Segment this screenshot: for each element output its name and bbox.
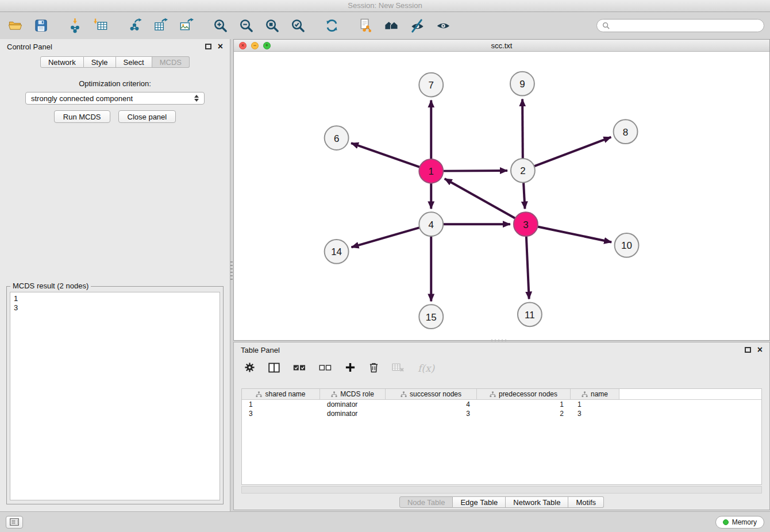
graph-node-1[interactable]: 1: [419, 159, 443, 183]
column-label: successor nodes: [410, 390, 461, 398]
result-line: 1: [14, 294, 216, 303]
select-all-button[interactable]: [293, 364, 306, 373]
graph-node-4[interactable]: 4: [419, 212, 443, 236]
import-network-button[interactable]: [66, 17, 84, 35]
tab-network-table[interactable]: Network Table: [506, 496, 568, 508]
mcds-result-list[interactable]: 13: [10, 292, 220, 500]
cell-shared-name: 1: [242, 400, 320, 409]
unselect-all-button[interactable]: [319, 364, 332, 373]
graph-node-3[interactable]: 3: [514, 212, 538, 236]
network-window-titlebar[interactable]: × − + scc.txt: [234, 40, 769, 52]
column-header-shared-name[interactable]: shared name: [242, 389, 320, 399]
tab-node-table[interactable]: Node Table: [399, 496, 453, 508]
column-header-name[interactable]: name: [571, 389, 619, 399]
close-window-icon[interactable]: ×: [239, 42, 247, 49]
column-header-successor-nodes[interactable]: successor nodes: [386, 389, 477, 399]
graph-edge-1-6[interactable]: [351, 143, 419, 167]
import-table-button[interactable]: [91, 17, 110, 35]
first-neighbors-button[interactable]: [356, 17, 375, 35]
minimize-window-icon[interactable]: −: [251, 42, 259, 49]
import-table-icon: [93, 18, 109, 33]
tab-select[interactable]: Select: [116, 56, 152, 68]
zoom-fit-button[interactable]: [263, 17, 281, 35]
graph-edge-3-11[interactable]: [526, 236, 529, 299]
apply-layout-button[interactable]: [322, 17, 341, 35]
open-file-button[interactable]: [6, 17, 24, 35]
graphics-details-button[interactable]: [408, 17, 426, 35]
graph-node-2[interactable]: 2: [511, 159, 535, 183]
table-row[interactable]: 1dominator411: [242, 400, 761, 409]
tab-edge-table[interactable]: Edge Table: [453, 496, 506, 508]
graph-edge-1-2[interactable]: [443, 171, 507, 171]
mcds-result-groupbox: MCDS result (2 nodes) 13: [6, 286, 224, 504]
table-row[interactable]: 3dominator323: [242, 409, 761, 418]
vertical-splitter-grip[interactable]: [230, 261, 233, 281]
export-image-button[interactable]: [177, 17, 195, 35]
float-table-panel-icon[interactable]: [745, 347, 751, 353]
zoom-selected-button[interactable]: [288, 17, 307, 35]
dropdown-stepper-icon: [194, 95, 199, 102]
network-window: × − + scc.txt 7968124314101511: [233, 39, 770, 341]
graph-node-9[interactable]: 9: [510, 72, 534, 96]
graph-node-15[interactable]: 15: [419, 304, 443, 329]
network-canvas[interactable]: 7968124314101511: [234, 52, 769, 340]
graph-edge-4-14[interactable]: [351, 228, 419, 247]
control-panel-tabs: NetworkStyleSelectMCDS: [0, 56, 230, 68]
cell-predecessor-nodes: 2: [477, 409, 571, 418]
table-settings-button[interactable]: [244, 362, 255, 375]
tab-motifs[interactable]: Motifs: [568, 496, 604, 508]
graph-edge-2-8[interactable]: [534, 137, 611, 167]
show-view-button[interactable]: [434, 17, 452, 35]
tab-style[interactable]: Style: [84, 56, 116, 68]
network-graph[interactable]: 7968124314101511: [234, 52, 769, 340]
plus-icon: [345, 362, 356, 373]
zoom-in-button[interactable]: [211, 17, 229, 35]
search-box[interactable]: [596, 19, 764, 32]
graph-node-14[interactable]: 14: [325, 240, 349, 264]
delete-row-button[interactable]: [369, 362, 379, 375]
svg-text:15: 15: [426, 312, 437, 323]
function-builder-button[interactable]: f(x): [418, 363, 434, 374]
float-panel-icon[interactable]: [205, 44, 211, 49]
export-network-button[interactable]: [125, 17, 144, 35]
table-panel-header: Table Panel ×: [234, 342, 769, 357]
search-input[interactable]: [613, 22, 759, 30]
destroy-table-button[interactable]: [392, 363, 405, 375]
column-header-MCDS-role[interactable]: MCDS role: [320, 389, 386, 399]
graph-node-6[interactable]: 6: [325, 126, 349, 150]
graph-edge-3-1[interactable]: [445, 179, 515, 218]
cell-successor-nodes: 4: [386, 400, 477, 409]
column-header-predecessor-nodes[interactable]: predecessor nodes: [477, 389, 571, 399]
export-table-button[interactable]: [151, 17, 170, 35]
gear-icon: [244, 362, 255, 373]
graph-node-7[interactable]: 7: [419, 73, 443, 97]
table-panel: Table Panel × f(x) shared nameMCDS roles…: [233, 342, 770, 510]
save-session-button[interactable]: [32, 17, 50, 35]
graph-edge-3-10[interactable]: [537, 227, 611, 242]
criterion-dropdown[interactable]: strongly connected component: [25, 92, 205, 105]
graph-edge-2-3[interactable]: [523, 183, 525, 209]
close-table-panel-icon[interactable]: ×: [757, 346, 763, 353]
home-view-button[interactable]: [382, 17, 401, 35]
show-columns-button[interactable]: [268, 363, 280, 375]
close-panel-button[interactable]: Close panel: [118, 110, 176, 123]
tab-network[interactable]: Network: [40, 56, 84, 68]
graph-node-8[interactable]: 8: [614, 119, 638, 144]
tab-mcds[interactable]: MCDS: [152, 56, 190, 68]
table-tabs: Node TableEdge TableNetwork TableMotifs: [234, 496, 769, 508]
graph-edge-2-9[interactable]: [522, 99, 523, 159]
memory-button[interactable]: Memory: [715, 516, 764, 529]
zoom-out-button[interactable]: [237, 17, 255, 35]
close-panel-icon[interactable]: ×: [218, 43, 223, 50]
add-row-button[interactable]: [345, 362, 356, 375]
zoom-out-icon: [238, 18, 254, 33]
panel-menu-button[interactable]: [6, 516, 23, 529]
run-mcds-button[interactable]: Run MCDS: [54, 110, 110, 123]
graph-node-10[interactable]: 10: [615, 233, 639, 257]
horizontal-splitter-grip[interactable]: [491, 340, 507, 341]
home-icon: [384, 18, 399, 33]
table-horizontal-scrollbar[interactable]: [241, 486, 762, 494]
maximize-window-icon[interactable]: +: [263, 42, 271, 49]
svg-text:7: 7: [429, 80, 434, 91]
graph-node-11[interactable]: 11: [518, 302, 542, 326]
